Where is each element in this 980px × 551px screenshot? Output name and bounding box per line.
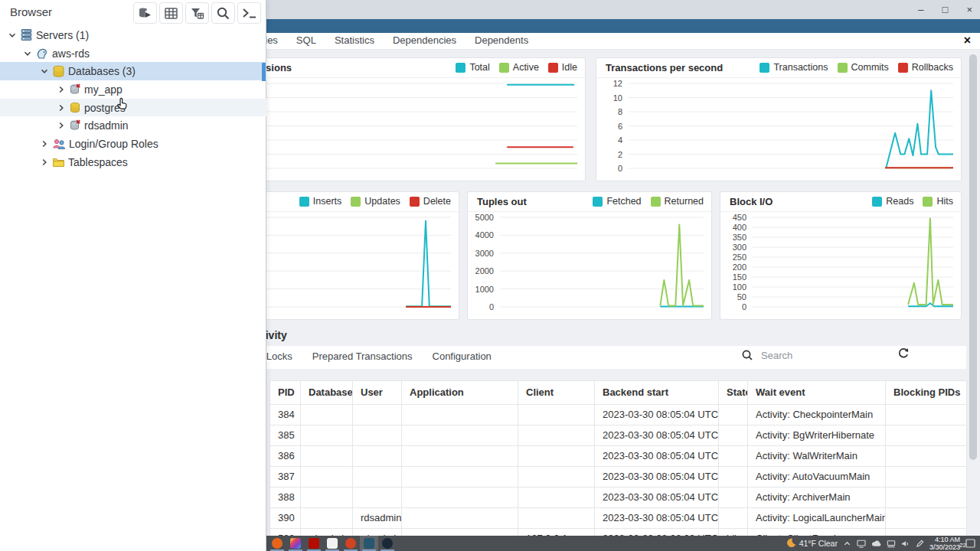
chevron-right-icon[interactable] bbox=[57, 85, 66, 94]
photos-icon[interactable] bbox=[286, 536, 305, 551]
y-axis-tick: 50 bbox=[720, 292, 746, 302]
panel-close-icon[interactable]: × bbox=[964, 34, 971, 47]
chevron-down-icon[interactable] bbox=[40, 67, 49, 76]
table-cell bbox=[518, 405, 595, 425]
tray-icons bbox=[843, 540, 924, 548]
clock[interactable]: 4:10 AM 3/30/2023 bbox=[929, 536, 960, 551]
series-returned bbox=[660, 224, 704, 305]
chart-title: Block I/O bbox=[730, 196, 773, 207]
table-cell bbox=[301, 508, 353, 528]
tab-sql[interactable]: SQL bbox=[287, 33, 325, 49]
tab-dependencies[interactable]: Dependencies bbox=[384, 33, 466, 49]
maximize-icon[interactable]: □ bbox=[942, 4, 949, 15]
browser-toolbar bbox=[133, 2, 261, 24]
filtered-rows-icon[interactable] bbox=[185, 2, 209, 24]
tree-item-aws-rds[interactable]: aws-rds bbox=[0, 44, 266, 63]
chevron-up-icon[interactable] bbox=[843, 540, 851, 548]
activity-table-row[interactable]: 3842023-03-30 08:05:04 UTCActivity: Chec… bbox=[270, 405, 967, 425]
tree-item-login-group-roles[interactable]: Login/Group Roles bbox=[0, 135, 266, 153]
activity-tab-prepared-transactions[interactable]: Prepared Transactions bbox=[302, 346, 423, 369]
search-objects-icon[interactable] bbox=[211, 2, 235, 24]
table-cell: Activity: BgWriterHibernate bbox=[748, 425, 886, 445]
legend-item-total: Total bbox=[456, 62, 489, 73]
table-cell bbox=[301, 405, 353, 425]
volume-icon[interactable] bbox=[901, 540, 910, 548]
tree-item-databases-3[interactable]: Databases (3) bbox=[0, 62, 266, 80]
chevron-right-icon[interactable] bbox=[40, 139, 49, 148]
series-inserts bbox=[406, 221, 451, 307]
table-cell: 387 bbox=[270, 467, 301, 487]
tree-item-label: Databases (3) bbox=[68, 65, 136, 77]
steam-icon[interactable] bbox=[378, 536, 397, 551]
table-cell: 2023-03-30 08:05:04 UTC bbox=[595, 446, 719, 466]
legend-swatch bbox=[499, 63, 509, 73]
activity-table-row[interactable]: 3852023-03-30 08:05:04 UTCActivity: BgWr… bbox=[270, 425, 967, 446]
chart-panel-tuples-out: Tuples outFetchedReturned 01000200030004… bbox=[467, 191, 712, 320]
table-cell bbox=[301, 467, 353, 487]
column-header-application: Application bbox=[402, 381, 518, 404]
close-icon[interactable]: × bbox=[966, 4, 972, 15]
acrobat-icon-glyph bbox=[309, 538, 319, 549]
chevron-down-icon[interactable] bbox=[23, 49, 32, 58]
chart-canvas bbox=[596, 79, 961, 181]
cloud-icon[interactable] bbox=[871, 540, 881, 547]
table-cell bbox=[886, 508, 967, 528]
chart-title: Tuples out bbox=[477, 196, 527, 207]
table-cell bbox=[518, 425, 595, 445]
scrollbar-thumb[interactable] bbox=[969, 54, 977, 460]
powerpoint-icon[interactable] bbox=[341, 536, 360, 551]
activity-table-row[interactable]: 3872023-03-30 08:05:04 UTCActivity: Auto… bbox=[270, 467, 967, 487]
view-data-icon[interactable] bbox=[159, 2, 183, 24]
tree-item-postgres[interactable]: postgres bbox=[0, 99, 266, 117]
activity-tab-configuration[interactable]: Configuration bbox=[423, 346, 501, 369]
network-icon[interactable] bbox=[887, 540, 896, 548]
tree-item-tablespaces[interactable]: Tablespaces bbox=[0, 153, 266, 171]
column-header-backend-start: Backend start bbox=[595, 381, 719, 404]
table-cell: 2023-03-30 08:05:04 UTC bbox=[595, 405, 719, 425]
legend-swatch bbox=[760, 63, 769, 73]
table-cell bbox=[402, 425, 518, 445]
activity-table-row[interactable]: 390rdsadmin2023-03-30 08:05:04 UTCActivi… bbox=[270, 508, 967, 529]
tree-item-servers-1[interactable]: Servers (1) bbox=[0, 26, 266, 44]
column-header-blocking-pids: Blocking PIDs bbox=[886, 381, 967, 404]
search-icon bbox=[741, 349, 753, 361]
table-cell: 385 bbox=[270, 425, 301, 445]
chevron-right-icon[interactable] bbox=[40, 158, 49, 167]
table-cell bbox=[353, 405, 402, 425]
display-icon[interactable] bbox=[857, 540, 866, 548]
pgadmin-icon[interactable] bbox=[360, 536, 378, 551]
activity-table-row[interactable]: 3862023-03-30 08:05:04 UTCActivity: WalW… bbox=[270, 446, 967, 467]
minimize-icon[interactable]: – bbox=[918, 4, 923, 15]
weather-widget[interactable]: 41°F Clear bbox=[786, 538, 838, 549]
wordpad-icon-glyph bbox=[327, 538, 338, 549]
tab-dependents[interactable]: Dependents bbox=[466, 33, 537, 49]
query-tool-icon[interactable] bbox=[133, 2, 157, 24]
postgres-server-icon bbox=[35, 47, 49, 60]
tree-item-my-app[interactable]: my_app bbox=[0, 80, 266, 99]
table-cell: 388 bbox=[270, 487, 301, 507]
psql-tool-icon[interactable] bbox=[237, 2, 261, 24]
table-cell: 2023-03-30 08:05:04 UTC bbox=[595, 425, 719, 445]
refresh-icon[interactable] bbox=[897, 347, 910, 363]
table-cell bbox=[353, 467, 402, 487]
y-axis-tick: 3000 bbox=[468, 249, 494, 258]
chevron-right-icon[interactable] bbox=[57, 103, 66, 112]
activity-table-row[interactable]: 3882023-03-30 08:05:04 UTCActivity: Arch… bbox=[270, 487, 967, 508]
y-axis-tick: 2000 bbox=[468, 266, 494, 276]
pen-icon[interactable] bbox=[916, 540, 924, 548]
chevron-right-icon[interactable] bbox=[57, 121, 66, 130]
search-input[interactable] bbox=[761, 350, 884, 361]
firefox-icon[interactable] bbox=[268, 536, 286, 551]
tab-statistics[interactable]: Statistics bbox=[325, 33, 384, 49]
notifications-icon[interactable]: 22 bbox=[965, 539, 975, 548]
chevron-down-icon[interactable] bbox=[8, 31, 17, 40]
y-axis-tick: 0 bbox=[468, 302, 494, 311]
table-cell: 384 bbox=[270, 405, 301, 425]
weather-text: 41°F Clear bbox=[799, 539, 838, 548]
tree-item-rdsadmin[interactable]: rdsadmin bbox=[0, 116, 266, 135]
acrobat-icon[interactable] bbox=[305, 536, 323, 551]
vertical-scrollbar[interactable] bbox=[968, 50, 978, 536]
tablespaces-icon bbox=[52, 156, 65, 168]
wordpad-icon[interactable] bbox=[323, 536, 341, 551]
table-cell bbox=[719, 425, 748, 445]
